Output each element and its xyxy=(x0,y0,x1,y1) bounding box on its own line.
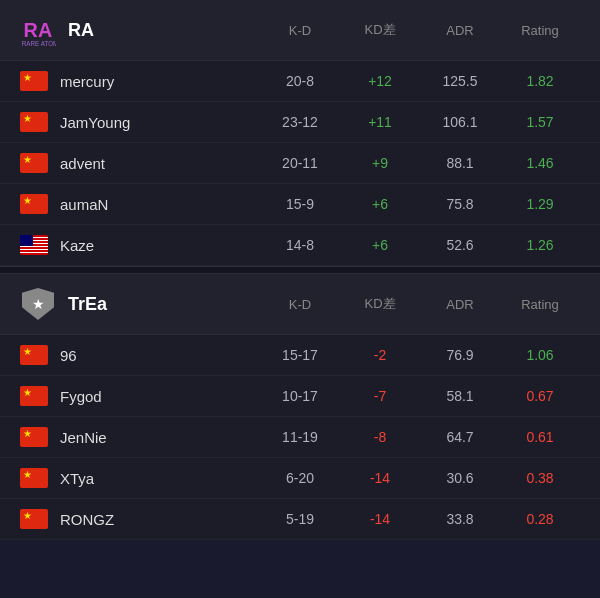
flag-icon xyxy=(20,112,48,132)
main-container: R A RARE ATOM RA K-D KD差 ADR Rating merc… xyxy=(0,0,600,540)
stat-diff: +6 xyxy=(340,196,420,212)
player-row: Kaze 14-8 +6 52.6 1.26 xyxy=(0,225,600,266)
stat-diff: +12 xyxy=(340,73,420,89)
stat-kd: 23-12 xyxy=(260,114,340,130)
col-header-rating-trea: Rating xyxy=(500,297,580,312)
stat-adr: 106.1 xyxy=(420,114,500,130)
stat-adr: 88.1 xyxy=(420,155,500,171)
player-name: JamYoung xyxy=(60,114,260,131)
flag-icon xyxy=(20,345,48,365)
player-name: mercury xyxy=(60,73,260,90)
player-name: Kaze xyxy=(60,237,260,254)
stat-diff: -14 xyxy=(340,470,420,486)
team-section-ra: R A RARE ATOM RA K-D KD差 ADR Rating merc… xyxy=(0,0,600,266)
col-header-kddiff-ra: KD差 xyxy=(340,21,420,39)
team-header-trea: TrEa K-D KD差 ADR Rating xyxy=(0,274,600,335)
stat-diff: -14 xyxy=(340,511,420,527)
player-name: 96 xyxy=(60,347,260,364)
stat-rating: 1.57 xyxy=(500,114,580,130)
player-row: JamYoung 23-12 +11 106.1 1.57 xyxy=(0,102,600,143)
trea-shield-icon xyxy=(22,288,54,320)
player-name: XTya xyxy=(60,470,260,487)
stat-diff: -2 xyxy=(340,347,420,363)
stat-kd: 20-8 xyxy=(260,73,340,89)
stat-adr: 30.6 xyxy=(420,470,500,486)
stat-adr: 33.8 xyxy=(420,511,500,527)
flag-icon xyxy=(20,509,48,529)
team-logo-ra: R A RARE ATOM xyxy=(20,12,56,48)
col-header-adr-trea: ADR xyxy=(420,297,500,312)
stat-diff: +9 xyxy=(340,155,420,171)
player-row: Fygod 10-17 -7 58.1 0.67 xyxy=(0,376,600,417)
stat-adr: 58.1 xyxy=(420,388,500,404)
stat-rating: 0.61 xyxy=(500,429,580,445)
flag-icon xyxy=(20,153,48,173)
player-row: XTya 6-20 -14 30.6 0.38 xyxy=(0,458,600,499)
stat-rating: 0.38 xyxy=(500,470,580,486)
flag-icon xyxy=(20,468,48,488)
player-name: advent xyxy=(60,155,260,172)
flag-icon xyxy=(20,386,48,406)
flag-icon xyxy=(20,71,48,91)
stat-kd: 15-17 xyxy=(260,347,340,363)
svg-text:R: R xyxy=(24,19,38,41)
player-row: JenNie 11-19 -8 64.7 0.61 xyxy=(0,417,600,458)
svg-text:RARE ATOM: RARE ATOM xyxy=(22,40,56,47)
col-header-kd-trea: K-D xyxy=(260,297,340,312)
player-row: RONGZ 5-19 -14 33.8 0.28 xyxy=(0,499,600,540)
stat-kd: 6-20 xyxy=(260,470,340,486)
stat-diff: -8 xyxy=(340,429,420,445)
stat-adr: 75.8 xyxy=(420,196,500,212)
col-header-kd-ra: K-D xyxy=(260,23,340,38)
stat-kd: 15-9 xyxy=(260,196,340,212)
svg-text:A: A xyxy=(38,19,52,41)
stat-rating: 1.82 xyxy=(500,73,580,89)
stat-diff: +6 xyxy=(340,237,420,253)
team-name-ra: RA xyxy=(68,20,260,41)
stat-rating: 1.46 xyxy=(500,155,580,171)
stat-kd: 20-11 xyxy=(260,155,340,171)
flag-icon xyxy=(20,235,48,255)
team-name-trea: TrEa xyxy=(68,294,260,315)
stat-rating: 1.26 xyxy=(500,237,580,253)
player-name: JenNie xyxy=(60,429,260,446)
team-section-trea: TrEa K-D KD差 ADR Rating 96 15-17 -2 76.9… xyxy=(0,274,600,540)
col-header-kddiff-trea: KD差 xyxy=(340,295,420,313)
flag-icon xyxy=(20,194,48,214)
stat-adr: 64.7 xyxy=(420,429,500,445)
player-row: advent 20-11 +9 88.1 1.46 xyxy=(0,143,600,184)
stat-kd: 11-19 xyxy=(260,429,340,445)
col-header-adr-ra: ADR xyxy=(420,23,500,38)
team-logo-trea xyxy=(20,286,56,322)
player-name: RONGZ xyxy=(60,511,260,528)
stat-rating: 1.06 xyxy=(500,347,580,363)
player-name: Fygod xyxy=(60,388,260,405)
stat-kd: 5-19 xyxy=(260,511,340,527)
player-name: aumaN xyxy=(60,196,260,213)
player-row: mercury 20-8 +12 125.5 1.82 xyxy=(0,61,600,102)
player-row: aumaN 15-9 +6 75.8 1.29 xyxy=(0,184,600,225)
stat-adr: 76.9 xyxy=(420,347,500,363)
stat-adr: 125.5 xyxy=(420,73,500,89)
stat-kd: 10-17 xyxy=(260,388,340,404)
stat-rating: 0.67 xyxy=(500,388,580,404)
stat-rating: 0.28 xyxy=(500,511,580,527)
team-header-ra: R A RARE ATOM RA K-D KD差 ADR Rating xyxy=(0,0,600,61)
stat-diff: +11 xyxy=(340,114,420,130)
player-row: 96 15-17 -2 76.9 1.06 xyxy=(0,335,600,376)
team-divider xyxy=(0,266,600,274)
flag-icon xyxy=(20,427,48,447)
stat-adr: 52.6 xyxy=(420,237,500,253)
stat-kd: 14-8 xyxy=(260,237,340,253)
stat-rating: 1.29 xyxy=(500,196,580,212)
col-header-rating-ra: Rating xyxy=(500,23,580,38)
stat-diff: -7 xyxy=(340,388,420,404)
